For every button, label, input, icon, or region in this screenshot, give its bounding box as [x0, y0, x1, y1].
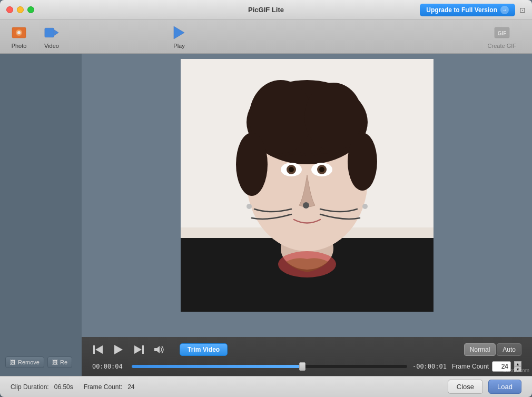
clip-duration-value: 06.50s [54, 383, 73, 391]
frame-count-label: Frame Count [452, 363, 489, 370]
clip-duration-label: Clip Duration: [11, 383, 49, 391]
svg-point-17 [348, 133, 377, 191]
video-label: Video [44, 43, 59, 49]
svg-point-2 [17, 31, 21, 34]
remove-icon: 🖼 [10, 359, 16, 365]
svg-marker-5 [174, 26, 184, 39]
face-preview-svg [181, 59, 434, 312]
svg-rect-3 [45, 28, 54, 37]
remove2-label: Re [60, 359, 67, 365]
time-start-label: 00:00:04 [92, 363, 126, 370]
trim-video-label: Trim Video [188, 346, 220, 353]
svg-point-20 [289, 167, 294, 172]
normal-mode-button[interactable]: Normal [464, 343, 496, 356]
toolbar-video[interactable]: Video [43, 24, 60, 49]
normal-label: Normal [470, 346, 490, 353]
window-title: PicGIF Lite [248, 6, 284, 14]
svg-point-27 [362, 204, 368, 209]
remove-label: Remove [18, 359, 40, 365]
svg-marker-29 [95, 345, 103, 354]
close-window-button[interactable] [6, 6, 13, 13]
volume-button[interactable] [153, 344, 166, 355]
svg-point-16 [236, 133, 268, 196]
restore-icon[interactable]: ⊡ [519, 6, 526, 14]
traffic-lights [6, 6, 34, 13]
progress-thumb[interactable] [299, 362, 306, 371]
toolbar-photo[interactable]: Photo [11, 24, 27, 49]
svg-marker-31 [134, 345, 142, 354]
controls-bar: Trim Video Normal Auto 00:00:04 [82, 337, 532, 376]
time-end-label: -00:00:01 [412, 363, 447, 370]
remove-button[interactable]: 🖼 Remove [5, 356, 44, 368]
status-frame-count-value: 24 [127, 383, 134, 391]
svg-marker-33 [154, 346, 160, 353]
remove2-button[interactable]: 🖼 Re [47, 356, 72, 368]
close-label: Close [457, 383, 474, 391]
svg-rect-28 [93, 345, 95, 354]
toolbar-play[interactable]: Play [171, 24, 188, 49]
toolbar-create-gif[interactable]: GIF Create GIF [488, 24, 516, 49]
upgrade-button[interactable]: Upgrade to Full Version → [420, 4, 515, 16]
photo-icon [11, 24, 27, 41]
preview-area: Trim Video Normal Auto 00:00:04 [82, 54, 532, 376]
status-text: Clip Duration: 06.50s Frame Count: 24 [11, 383, 442, 391]
upgrade-label: Upgrade to Full Version [426, 6, 497, 14]
controls-row2: 00:00:04 -00:00:01 Frame Count 24 ▲ ▼ [92, 361, 521, 372]
close-button[interactable]: Close [448, 380, 483, 394]
create-gif-icon: GIF [494, 24, 510, 41]
watermark: wsxdn.com [503, 368, 529, 373]
sidebar: 🖼 Remove 🖼 Re [0, 54, 82, 376]
progress-track[interactable] [132, 365, 407, 368]
sidebar-buttons: 🖼 Remove 🖼 Re [5, 356, 76, 371]
svg-point-24 [303, 202, 309, 209]
minimize-window-button[interactable] [17, 6, 24, 13]
status-frame-count-label: Frame Count: [84, 383, 122, 391]
svg-point-26 [247, 204, 252, 209]
svg-marker-4 [54, 30, 58, 36]
skip-back-button[interactable] [92, 344, 105, 355]
titlebar: PicGIF Lite Upgrade to Full Version → ⊡ [0, 0, 532, 20]
app-window: PicGIF Lite Upgrade to Full Version → ⊡ … [0, 0, 532, 397]
toolbar: Photo Video Play GIF [0, 20, 532, 54]
svg-marker-30 [114, 345, 123, 354]
video-preview [181, 59, 434, 312]
controls-row1: Trim Video Normal Auto [92, 343, 521, 356]
progress-fill [132, 365, 302, 368]
load-button[interactable]: Load [488, 380, 521, 394]
trim-video-button[interactable]: Trim Video [180, 343, 228, 356]
stepper-up-button[interactable]: ▲ [514, 361, 521, 366]
play-icon [171, 24, 188, 41]
mode-buttons: Normal Auto [464, 343, 521, 356]
play-label: Play [173, 43, 184, 49]
titlebar-right: Upgrade to Full Version → ⊡ [420, 4, 526, 16]
skip-forward-button[interactable] [132, 344, 145, 355]
auto-label: Auto [503, 346, 516, 353]
statusbar: Clip Duration: 06.50s Frame Count: 24 Cl… [0, 376, 532, 397]
photo-label: Photo [12, 43, 27, 49]
load-label: Load [497, 383, 513, 391]
svg-point-23 [319, 167, 324, 172]
main-content: 🖼 Remove 🖼 Re [0, 54, 532, 376]
create-gif-label: Create GIF [488, 43, 516, 49]
auto-mode-button[interactable]: Auto [497, 343, 521, 356]
video-icon [43, 24, 60, 41]
svg-rect-32 [142, 345, 144, 354]
maximize-window-button[interactable] [27, 6, 34, 13]
play-button[interactable] [113, 343, 124, 356]
upgrade-arrow-icon: → [500, 6, 509, 14]
svg-text:GIF: GIF [497, 31, 506, 36]
remove2-icon: 🖼 [52, 359, 58, 365]
